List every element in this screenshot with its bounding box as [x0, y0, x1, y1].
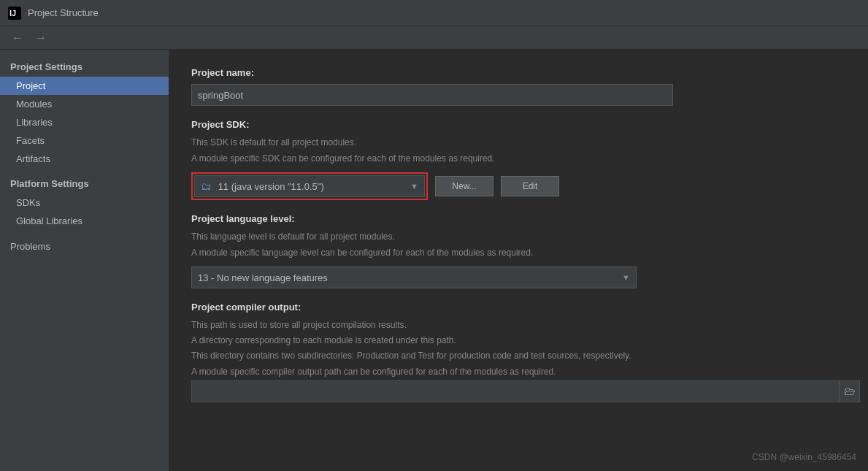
lang-value: 13 - No new language features: [198, 272, 328, 283]
compiler-desc2: A directory corresponding to each module…: [191, 334, 846, 348]
app-logo: IJ: [7, 6, 22, 20]
project-sdk-desc2: A module specific SDK can be configured …: [191, 152, 846, 165]
sidebar-item-sdks[interactable]: SDKs: [0, 194, 169, 212]
sidebar-item-problems[interactable]: Problems: [0, 237, 169, 256]
sidebar-item-global-libraries[interactable]: Global Libraries: [0, 212, 169, 230]
sdk-arrow-icon: ▼: [410, 182, 418, 191]
sidebar-item-facets[interactable]: Facets: [0, 131, 169, 150]
project-lang-desc2: A module specific language level can be …: [191, 246, 846, 259]
sdk-folder-icon: 🗂: [201, 180, 211, 192]
compiler-desc1: This path is used to store all project c…: [191, 318, 846, 332]
compiler-desc4: A module specific compiler output path c…: [191, 365, 846, 379]
content-area: Project name: Project SDK: This SDK is d…: [169, 50, 868, 471]
watermark: CSDN @weixin_45986454: [752, 452, 856, 462]
compiler-output-input[interactable]: [192, 386, 839, 397]
title-bar: IJ Project Structure: [0, 0, 868, 26]
compiler-output-section: Project compiler output: This path is us…: [191, 302, 846, 402]
sdk-edit-button[interactable]: Edit: [501, 176, 559, 196]
sdk-value: 11 (java version "11.0.5"): [218, 181, 324, 192]
compiler-output-path-container: 🗁: [191, 380, 860, 402]
project-sdk-label: Project SDK:: [191, 119, 846, 130]
sdk-dropdown-wrapper: 🗂 11 (java version "11.0.5") ▼: [191, 172, 428, 200]
compiler-output-folder-icon[interactable]: 🗁: [839, 381, 859, 402]
project-name-input[interactable]: [191, 84, 673, 106]
platform-settings-header: Platform Settings: [0, 174, 169, 194]
project-lang-label: Project language level:: [191, 213, 846, 224]
forward-button[interactable]: →: [31, 30, 51, 46]
lang-dropdown-wrapper: 13 - No new language features ▼: [191, 267, 846, 288]
lang-dropdown[interactable]: 13 - No new language features ▼: [191, 267, 637, 288]
compiler-desc3: This directory contains two subdirectori…: [191, 349, 846, 363]
back-button[interactable]: ←: [7, 30, 28, 46]
sdk-row: 🗂 11 (java version "11.0.5") ▼ New... Ed…: [191, 172, 846, 200]
main-layout: Project Settings Project Modules Librari…: [0, 50, 868, 471]
project-lang-desc1: This language level is default for all p…: [191, 230, 846, 243]
sidebar-item-project[interactable]: Project: [0, 77, 169, 95]
sdk-new-button[interactable]: New...: [435, 176, 493, 196]
sidebar-item-artifacts[interactable]: Artifacts: [0, 150, 169, 168]
title-bar-text: Project Structure: [28, 7, 99, 18]
sidebar-item-libraries[interactable]: Libraries: [0, 113, 169, 131]
sidebar-divider: [0, 168, 169, 174]
svg-text:IJ: IJ: [9, 9, 16, 18]
compiler-output-label: Project compiler output:: [191, 302, 846, 313]
sidebar: Project Settings Project Modules Librari…: [0, 50, 169, 471]
project-name-label: Project name:: [191, 67, 846, 78]
sdk-dropdown[interactable]: 🗂 11 (java version "11.0.5") ▼: [194, 175, 425, 197]
project-sdk-desc1: This SDK is default for all project modu…: [191, 136, 846, 149]
sidebar-item-modules[interactable]: Modules: [0, 95, 169, 113]
project-settings-header: Project Settings: [0, 57, 169, 77]
lang-arrow-icon: ▼: [622, 273, 630, 282]
nav-bar: ← →: [0, 26, 868, 50]
